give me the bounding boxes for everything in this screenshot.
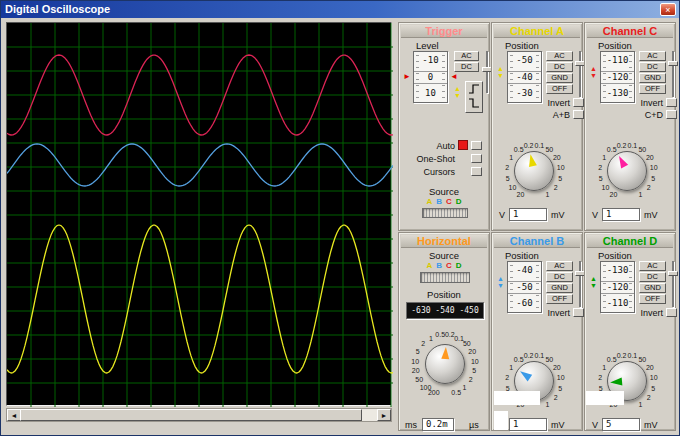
horizontal-source-channels: ABCD: [399, 261, 489, 270]
channel-a-title: Channel A: [494, 25, 580, 38]
source-a-label: A: [426, 197, 432, 206]
coupling-gnd-button[interactable]: GND: [639, 73, 666, 83]
channel-d-scale-value-field[interactable]: 5: [602, 418, 640, 431]
coupling-gnd-button[interactable]: GND: [546, 283, 573, 293]
one-shot-button[interactable]: [471, 154, 482, 163]
horizontal-source-label: Source: [399, 250, 489, 261]
window-title: Digital Oscilloscope: [5, 3, 110, 15]
position-value-current: -50: [508, 281, 541, 294]
channel-a-scale-value-field[interactable]: 1: [509, 208, 547, 221]
channel-b-position-display: -40 -50 -60: [507, 261, 542, 313]
scope-display: [6, 22, 392, 406]
level-value-current: 0: [414, 71, 447, 84]
channel-c-position-arrows[interactable]: ▲ ▼: [588, 65, 599, 79]
title-bar[interactable]: Digital Oscilloscope ×: [1, 1, 679, 18]
up-arrow-icon: ▲: [454, 85, 461, 92]
down-arrow-icon: ▼: [454, 92, 461, 99]
waveform-plot: [7, 23, 393, 407]
trigger-coupling-slider[interactable]: [483, 51, 491, 93]
coupling-dc-button[interactable]: DC: [639, 62, 666, 72]
channel-a-position-arrows[interactable]: ▲ ▼: [495, 65, 506, 79]
channel-d-title: Channel D: [587, 235, 673, 248]
channel-b-coupling-slider[interactable]: [576, 261, 584, 307]
client-area: ◄ ► Trigger Level ► -10 0 10 ◄ AC DC ▲ ▼: [1, 18, 679, 435]
channel-d-panel: Channel D Position ▲ ▼ -130 -120 -110 AC…: [584, 232, 676, 431]
trigger-dc-button[interactable]: DC: [454, 62, 479, 72]
coupling-off-button[interactable]: OFF: [639, 84, 666, 94]
channel-c-title: Channel C: [587, 25, 673, 38]
close-icon: ×: [665, 5, 670, 15]
channel-b-scale-knob[interactable]: 20105210.50.20.1502010521: [492, 345, 576, 417]
volts-unit-label: V: [592, 210, 598, 220]
sum-button[interactable]: [573, 110, 584, 119]
slider-handle[interactable]: [668, 61, 678, 66]
coupling-off-button[interactable]: OFF: [546, 84, 573, 94]
left-arrow-icon: ◄: [8, 410, 20, 421]
auto-button[interactable]: [471, 141, 482, 150]
auto-label: Auto: [401, 141, 455, 151]
channel-d-scale-knob[interactable]: 20105210.50.20.1502010521: [585, 345, 669, 417]
close-button[interactable]: ×: [660, 3, 676, 16]
scope-hscrollbar[interactable]: ◄ ►: [6, 408, 392, 422]
down-arrow-icon: ▼: [590, 72, 597, 79]
invert-button[interactable]: [573, 308, 584, 317]
scroll-right-button[interactable]: ►: [377, 409, 391, 421]
cursors-button[interactable]: [471, 167, 482, 176]
timebase-knob[interactable]: 2001005020105210.50.20.15020105210.5: [399, 327, 491, 401]
up-arrow-icon: ▲: [497, 65, 504, 72]
trigger-edge-selector[interactable]: [465, 81, 483, 113]
app-window: Digital Oscilloscope × ◄ ► Trigger Level…: [0, 0, 680, 436]
channel-a-scale-knob[interactable]: 20105210.50.20.1502010521: [492, 135, 576, 207]
scroll-left-button[interactable]: ◄: [7, 409, 21, 421]
coupling-dc-button[interactable]: DC: [546, 272, 573, 282]
slider-handle[interactable]: [668, 271, 678, 276]
position-value-top: -110: [601, 55, 634, 66]
channel-c-coupling-slider[interactable]: [669, 51, 677, 97]
ms-unit-label: ms: [405, 420, 417, 430]
coupling-dc-button[interactable]: DC: [639, 272, 666, 282]
invert-button[interactable]: [666, 308, 677, 317]
trigger-panel: Trigger Level ► -10 0 10 ◄ AC DC ▲ ▼: [398, 22, 490, 231]
source-d-label: D: [456, 261, 462, 270]
edge-slope-icon: [467, 82, 481, 110]
scroll-thumb[interactable]: [20, 409, 362, 421]
horizontal-panel-title: Horizontal: [401, 235, 487, 248]
trigger-level-marker-right[interactable]: ◄: [450, 73, 458, 81]
channel-d-position-arrows[interactable]: ▲ ▼: [588, 275, 599, 289]
source-b-label: B: [436, 261, 442, 270]
channel-c-position-display: -110 -120 -130: [600, 51, 635, 103]
horizontal-source-slider[interactable]: [420, 272, 470, 283]
up-arrow-icon: ▲: [497, 275, 504, 282]
invert-button[interactable]: [573, 98, 584, 107]
coupling-dc-button[interactable]: DC: [546, 62, 573, 72]
sum-button[interactable]: [666, 110, 677, 119]
coupling-ac-button[interactable]: AC: [639, 261, 666, 271]
white-patch: [494, 391, 540, 405]
channel-c-scale-value-field[interactable]: 1: [602, 208, 640, 221]
channel-a-coupling-slider[interactable]: [576, 51, 584, 97]
position-value-current: -40: [508, 71, 541, 84]
timebase-value-field[interactable]: 0.2m: [422, 418, 454, 431]
trigger-source-slider[interactable]: [422, 208, 468, 218]
position-value-top: -130: [601, 265, 634, 276]
channel-b-position-arrows[interactable]: ▲ ▼: [495, 275, 506, 289]
invert-label: Invert: [532, 308, 570, 318]
one-shot-label: One-Shot: [401, 154, 455, 164]
position-value-current: -120: [601, 281, 634, 294]
coupling-gnd-button[interactable]: GND: [546, 73, 573, 83]
channel-c-scale-knob[interactable]: 20105210.50.20.1502010521: [585, 135, 669, 207]
trigger-ac-button[interactable]: AC: [454, 51, 479, 61]
coupling-gnd-button[interactable]: GND: [639, 283, 666, 293]
coupling-off-button[interactable]: OFF: [639, 294, 666, 304]
invert-button[interactable]: [666, 98, 677, 107]
channel-d-coupling-slider[interactable]: [669, 261, 677, 307]
auto-indicator-led: [458, 140, 468, 150]
coupling-ac-button[interactable]: AC: [546, 261, 573, 271]
millivolts-unit-label: mV: [644, 420, 658, 430]
coupling-off-button[interactable]: OFF: [546, 294, 573, 304]
coupling-ac-button[interactable]: AC: [546, 51, 573, 61]
trigger-edge-arrows[interactable]: ▲ ▼: [452, 85, 463, 99]
channel-b-scale-value-field[interactable]: 1: [509, 418, 547, 431]
coupling-ac-button[interactable]: AC: [639, 51, 666, 61]
trigger-level-marker-left[interactable]: ►: [403, 73, 411, 81]
